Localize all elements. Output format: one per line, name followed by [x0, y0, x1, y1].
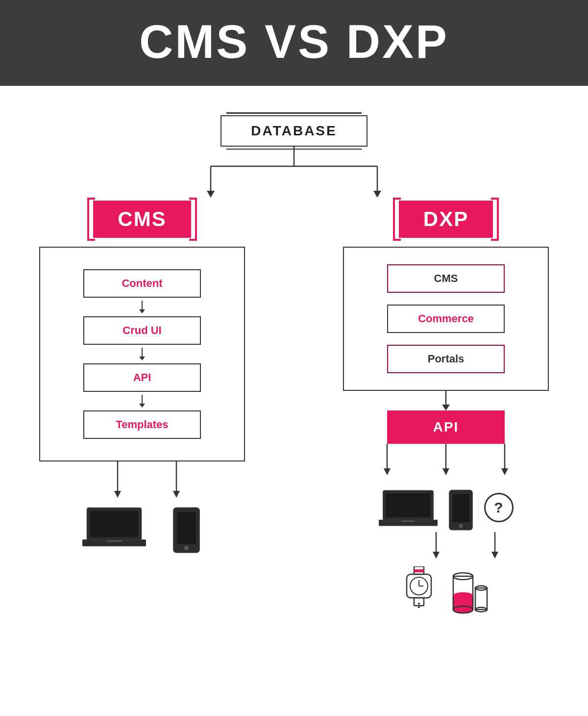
dxp-bottom-arrows — [377, 532, 514, 566]
svg-marker-23 — [442, 468, 449, 475]
cms-item-templates: Templates — [83, 410, 201, 439]
dxp-api-box: API — [387, 410, 505, 444]
svg-rect-53 — [475, 588, 487, 610]
dxp-laptop-icon — [379, 488, 438, 530]
svg-marker-8 — [114, 491, 121, 498]
dxp-phone-icon — [447, 488, 474, 532]
cms-label: CMS — [93, 201, 191, 238]
header: CMS VS DXP — [0, 0, 588, 86]
database-label: DATABASE — [251, 123, 337, 138]
svg-marker-22 — [384, 468, 391, 475]
svg-rect-28 — [401, 521, 415, 522]
svg-marker-34 — [433, 552, 440, 559]
question-mark: ? — [484, 493, 514, 522]
branch-arrows — [122, 147, 466, 201]
arrow-content-crudui — [139, 301, 145, 313]
svg-marker-9 — [173, 491, 180, 498]
dxp-to-api-arrow — [434, 391, 458, 410]
database-box: DATABASE — [220, 115, 367, 147]
svg-point-16 — [184, 546, 189, 551]
svg-rect-26 — [386, 493, 430, 517]
laptop-icon — [82, 506, 146, 550]
dxp-item-commerce: Commerce — [387, 305, 505, 333]
svg-point-49 — [453, 592, 473, 599]
cms-item-crudui: Crud UI — [83, 316, 201, 345]
dxp-item-portals: Portals — [387, 345, 505, 373]
watch-icon — [402, 566, 436, 615]
svg-point-43 — [418, 606, 420, 608]
barrel-icon — [446, 566, 490, 615]
cms-content-box: Content Crud UI API — [39, 247, 245, 461]
cms-device-arrows — [59, 461, 225, 501]
cms-devices — [82, 506, 202, 555]
dxp-multi-arrows — [353, 444, 539, 488]
svg-rect-44 — [414, 569, 424, 572]
svg-point-31 — [459, 524, 463, 528]
svg-marker-35 — [491, 552, 498, 559]
cms-item-content: Content — [83, 269, 201, 298]
dxp-label: DXP — [399, 201, 493, 238]
svg-point-42 — [418, 603, 420, 605]
cms-column: CMS Content Crud UI — [39, 201, 245, 555]
dxp-devices-bottom — [402, 566, 490, 615]
svg-rect-30 — [452, 494, 469, 522]
svg-point-50 — [453, 606, 473, 613]
cms-item-api: API — [83, 363, 201, 392]
dxp-content-box: CMS Commerce Portals — [343, 247, 549, 391]
svg-marker-4 — [207, 191, 215, 198]
svg-rect-15 — [176, 512, 196, 544]
arrow-crudui-api — [139, 348, 145, 360]
svg-marker-24 — [501, 468, 508, 475]
svg-marker-5 — [373, 191, 381, 198]
svg-rect-11 — [90, 511, 138, 537]
svg-rect-13 — [107, 540, 122, 542]
svg-marker-18 — [442, 405, 450, 410]
arrow-api-templates — [139, 395, 145, 408]
page-title: CMS VS DXP — [0, 15, 588, 69]
dxp-column: DXP CMS Commerce Portals — [343, 201, 549, 615]
dxp-item-cms: CMS — [387, 264, 505, 293]
phone-icon — [171, 506, 202, 555]
dxp-devices-top: ? — [379, 488, 514, 532]
